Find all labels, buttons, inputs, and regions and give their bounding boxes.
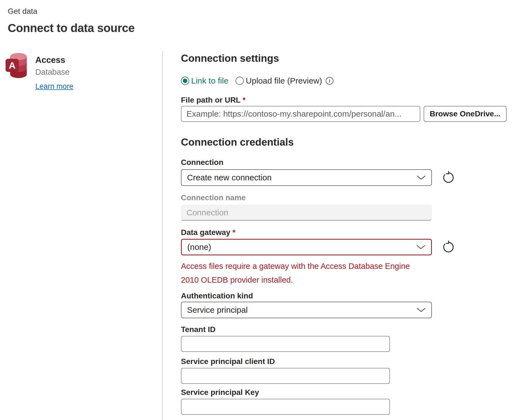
radio-upload-file-label: Upload file (Preview) xyxy=(246,76,322,85)
service-principal-key-label: Service principal Key xyxy=(181,388,524,397)
connection-settings-heading: Connection settings xyxy=(181,52,524,65)
connection-dropdown-value: Create new connection xyxy=(187,173,272,182)
radio-selected-icon xyxy=(181,77,189,85)
chevron-down-icon xyxy=(416,175,426,180)
file-path-input[interactable] xyxy=(181,106,420,122)
data-gateway-select-row: (none) xyxy=(181,239,524,255)
connection-select-row: Create new connection xyxy=(181,169,524,186)
page-header: Get data Connect to data source xyxy=(0,0,524,35)
connection-name-input xyxy=(181,205,432,221)
svg-text:A: A xyxy=(9,60,16,71)
authentication-kind-dropdown-value: Service principal xyxy=(187,305,248,315)
required-asterisk: * xyxy=(243,96,246,104)
file-path-row: Browse OneDrive... xyxy=(181,106,524,122)
service-principal-client-id-input[interactable] xyxy=(181,368,390,384)
connection-credentials-heading: Connection credentials xyxy=(181,136,524,148)
connector-card: A Access Database Learn more xyxy=(6,52,162,91)
browse-onedrive-button[interactable]: Browse OneDrive... xyxy=(424,106,507,122)
file-mode-radio-group: Link to file Upload file (Preview) xyxy=(181,76,524,85)
gateway-error-message: Access files require a gateway with the … xyxy=(181,259,424,287)
connection-name-label: Connection name xyxy=(181,193,524,202)
authentication-kind-select-row: Service principal xyxy=(181,302,524,318)
main-content: A Access Database Learn more Connection … xyxy=(0,51,524,420)
refresh-icon[interactable] xyxy=(442,240,455,254)
tenant-id-input[interactable] xyxy=(181,336,390,352)
radio-link-to-file[interactable]: Link to file xyxy=(181,76,228,85)
connection-dropdown[interactable]: Create new connection xyxy=(181,169,432,186)
data-gateway-label: Data gateway * xyxy=(181,228,524,237)
connector-type: Database xyxy=(35,68,73,77)
chevron-down-icon xyxy=(416,307,426,313)
learn-more-link[interactable]: Learn more xyxy=(35,82,73,91)
breadcrumb: Get data xyxy=(8,7,524,15)
file-path-label-text: File path or URL xyxy=(181,96,240,104)
data-gateway-dropdown[interactable]: (none) xyxy=(181,239,432,255)
chevron-down-icon xyxy=(416,244,426,250)
required-asterisk: * xyxy=(232,228,236,237)
info-icon[interactable] xyxy=(326,77,333,85)
radio-link-to-file-label: Link to file xyxy=(191,76,228,85)
refresh-icon[interactable] xyxy=(442,171,455,184)
file-path-label: File path or URL * xyxy=(181,95,524,105)
connection-form: Connection settings Link to file Upload … xyxy=(163,51,524,420)
radio-unselected-icon xyxy=(236,77,244,85)
data-gateway-label-text: Data gateway xyxy=(181,228,230,237)
connector-panel: A Access Database Learn more xyxy=(0,51,163,420)
page-title: Connect to data source xyxy=(8,22,524,35)
authentication-kind-label: Authentication kind xyxy=(181,291,524,301)
authentication-kind-dropdown[interactable]: Service principal xyxy=(181,302,432,318)
connection-label: Connection xyxy=(181,158,524,167)
tenant-id-label: Tenant ID xyxy=(181,325,524,334)
radio-upload-file[interactable]: Upload file (Preview) xyxy=(236,76,322,85)
access-database-icon: A xyxy=(6,52,28,79)
service-principal-key-input[interactable] xyxy=(181,399,390,415)
connector-info: Access Database Learn more xyxy=(35,52,73,91)
service-principal-client-id-label: Service principal client ID xyxy=(181,357,524,366)
data-gateway-dropdown-value: (none) xyxy=(187,242,211,252)
connector-name: Access xyxy=(35,55,73,65)
